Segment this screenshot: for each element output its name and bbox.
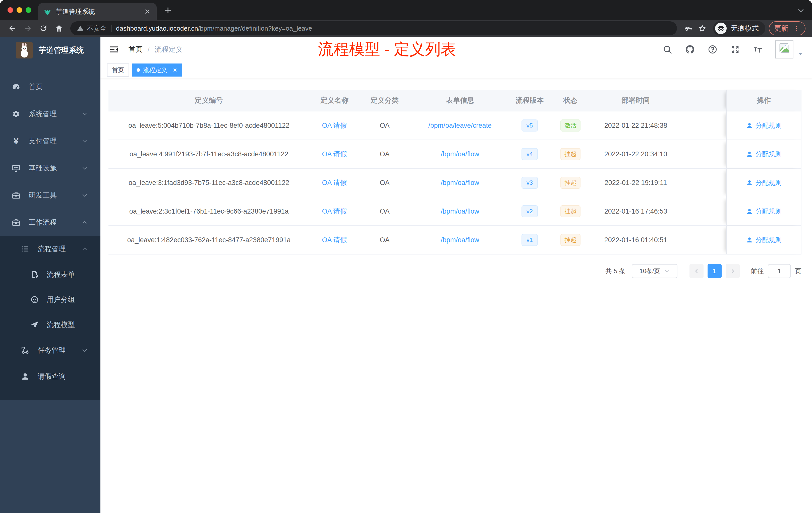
assign-rule-button[interactable]: 分配规则 [746, 150, 782, 159]
sidebar-logo[interactable]: 芋道管理系统 [0, 37, 100, 63]
chevron-down-icon [81, 138, 88, 144]
column-header: 定义名称 [309, 96, 359, 105]
table-header-row: 定义编号 定义名称 定义分类 表单信息 流程版本 状态 部署时间 操作 [109, 90, 802, 112]
form-link[interactable]: /bpm/oa/leave/create [428, 122, 492, 129]
sidebar-item-workflow[interactable]: 工作流程 [0, 209, 100, 236]
chevron-up-icon [81, 246, 88, 252]
tab-close-icon[interactable] [144, 8, 151, 15]
prev-page-button[interactable] [690, 264, 703, 278]
page-content: 定义编号 定义名称 定义分类 表单信息 流程版本 状态 部署时间 操作 oa_l… [100, 78, 812, 513]
column-header: 部署时间 [592, 96, 680, 105]
help-icon[interactable] [707, 44, 718, 55]
sidebar-item-home[interactable]: 首页 [0, 73, 100, 100]
workflow-submenu: 流程管理 流程表单 用户分组 流程模型 [0, 236, 100, 400]
sidebar-item-label: 系统管理 [29, 109, 57, 119]
breadcrumb-home[interactable]: 首页 [128, 45, 143, 54]
bookmark-star-icon[interactable] [695, 21, 709, 35]
minimize-window-button[interactable] [17, 7, 22, 13]
chevron-down-icon [81, 111, 88, 117]
navbar-actions [662, 40, 804, 58]
browser-menu-dots-icon[interactable] [793, 25, 800, 32]
goto-page-input[interactable] [768, 264, 791, 278]
tag-close-icon[interactable] [172, 67, 178, 73]
home-button[interactable] [51, 21, 67, 35]
user-icon [20, 371, 30, 382]
font-size-icon[interactable] [753, 44, 763, 55]
fullscreen-icon[interactable] [730, 44, 740, 55]
definition-name-link[interactable]: OA 请假 [322, 236, 347, 244]
back-button[interactable] [4, 21, 20, 35]
new-tab-button[interactable] [163, 5, 173, 15]
definition-name-link[interactable]: OA 请假 [322, 122, 347, 129]
tab-search-chevron-icon[interactable] [797, 6, 805, 14]
user-icon [746, 122, 753, 129]
browser-update-button[interactable]: 更新 [769, 21, 806, 35]
sidebar-item-label: 流程模型 [47, 320, 75, 330]
forward-button[interactable] [20, 21, 36, 35]
sidebar-item-user-group[interactable]: 用户分组 [0, 287, 100, 312]
maximize-window-button[interactable] [26, 7, 31, 13]
sidebar-item-process-model[interactable]: 流程模型 [0, 312, 100, 337]
tag-process-definition[interactable]: 流程定义 [132, 63, 182, 77]
tab-favicon [44, 8, 51, 15]
password-key-icon[interactable] [680, 21, 695, 35]
incognito-icon [715, 23, 727, 34]
column-header: 表单信息 [410, 96, 510, 105]
toolbox-icon [11, 217, 21, 228]
sidebar-item-leave-query[interactable]: 请假查询 [0, 363, 100, 390]
broken-image-icon [778, 42, 790, 54]
sidebar-item-task-management[interactable]: 任务管理 [0, 337, 100, 363]
sidebar-item-devtools[interactable]: 研发工具 [0, 182, 100, 209]
form-link[interactable]: /bpm/oa/flow [441, 179, 479, 186]
sidebar-item-system[interactable]: 系统管理 [0, 100, 100, 127]
current-page-button[interactable]: 1 [707, 264, 722, 278]
assign-rule-button[interactable]: 分配规则 [746, 178, 782, 187]
definition-id: oa_leave:1:482ec033-762a-11ec-8477-a2380… [109, 236, 309, 244]
reload-button[interactable] [36, 21, 51, 35]
deploy-time: 2022-01-22 19:19:11 [592, 179, 680, 187]
page-size-select[interactable]: 10条/页 [632, 264, 677, 278]
user-menu[interactable] [775, 40, 804, 58]
definition-id: oa_leave:2:3c1f0ef1-76b1-11ec-9c66-a2380… [109, 208, 309, 215]
definition-id: oa_leave:3:1fad3d93-7b75-11ec-a3c8-acde4… [109, 179, 309, 187]
assign-rule-button[interactable]: 分配规则 [746, 121, 782, 130]
address-bar[interactable]: 不安全 dashboard.yudao.iocoder.cn/bpm/manag… [70, 21, 677, 35]
definition-category: OA [359, 122, 410, 129]
definition-name-link[interactable]: OA 请假 [322, 150, 347, 158]
definition-name-link[interactable]: OA 请假 [322, 208, 347, 215]
sidebar-item-process-form[interactable]: 流程表单 [0, 262, 100, 287]
caret-down-icon[interactable] [798, 51, 804, 57]
assign-rule-button[interactable]: 分配规则 [746, 236, 782, 244]
form-link[interactable]: /bpm/oa/flow [441, 208, 479, 215]
next-page-button[interactable] [726, 264, 740, 278]
chevron-down-icon [664, 268, 670, 274]
gauge-icon [11, 82, 21, 92]
browser-tab[interactable]: 芋道管理系统 [38, 3, 157, 20]
version-badge: v1 [522, 234, 538, 246]
definition-category: OA [359, 150, 410, 158]
sidebar-item-label: 研发工具 [29, 190, 57, 200]
form-link[interactable]: /bpm/oa/flow [441, 150, 479, 158]
form-link[interactable]: /bpm/oa/flow [441, 236, 479, 244]
active-tag-dot [137, 68, 140, 72]
close-window-button[interactable] [7, 7, 13, 13]
chevron-left-icon [693, 268, 700, 274]
user-icon [746, 151, 753, 158]
tab-title: 芋道管理系统 [56, 7, 144, 16]
definition-name-link[interactable]: OA 请假 [322, 179, 347, 186]
github-icon[interactable] [685, 44, 695, 55]
action-label: 分配规则 [755, 121, 782, 130]
action-label: 分配规则 [755, 236, 782, 244]
assign-rule-button[interactable]: 分配规则 [746, 207, 782, 216]
sidebar-item-process-management[interactable]: 流程管理 [0, 236, 100, 262]
search-icon[interactable] [662, 44, 672, 55]
sidebar-item-infrastructure[interactable]: 基础设施 [0, 155, 100, 182]
tag-home[interactable]: 首页 [107, 63, 129, 77]
sidebar-item-payment[interactable]: ¥ 支付管理 [0, 127, 100, 155]
sidebar-fold-icon[interactable] [109, 44, 119, 55]
column-header: 流程版本 [510, 96, 549, 105]
avatar[interactable] [775, 40, 793, 58]
sidebar-item-label: 用户分组 [47, 295, 75, 304]
user-icon [746, 236, 753, 243]
version-badge: v2 [522, 205, 538, 217]
